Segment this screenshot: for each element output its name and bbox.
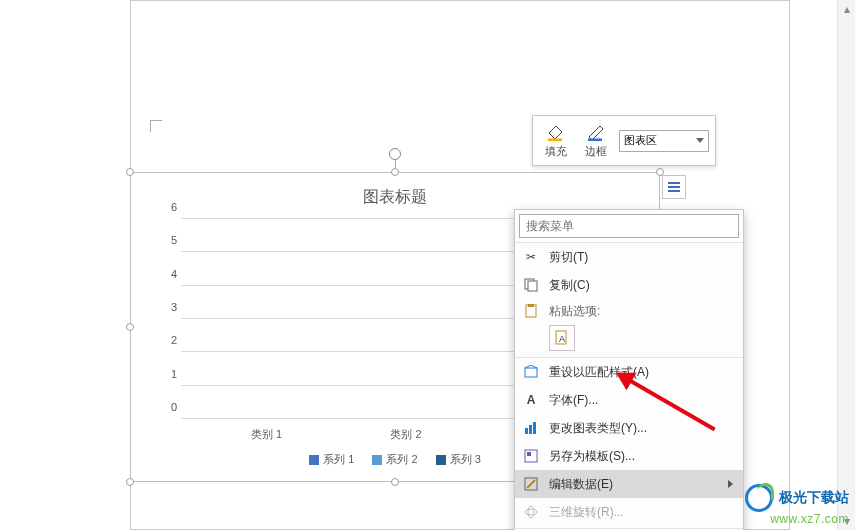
watermark-url: www.xz7.com <box>745 512 849 526</box>
legend-swatch-icon <box>309 455 319 465</box>
menu-reset-style-label: 重设以匹配样式(A) <box>549 364 649 381</box>
menu-copy[interactable]: 复制(C) <box>515 271 743 299</box>
svg-rect-0 <box>668 182 680 184</box>
menu-change-chart-type[interactable]: 更改图表类型(Y)... <box>515 414 743 442</box>
rotate-handle[interactable] <box>389 148 401 160</box>
clipboard-icon <box>521 301 541 321</box>
menu-change-chart-type-label: 更改图表类型(Y)... <box>549 420 647 437</box>
chart-area-select[interactable]: 图表区 <box>619 130 709 152</box>
chart-area-select-label: 图表区 <box>624 133 657 148</box>
menu-paste-options-label-row: 粘贴选项: <box>515 299 743 323</box>
outline-label: 边框 <box>585 144 607 159</box>
resize-handle[interactable] <box>126 323 134 331</box>
watermark-title: 极光下载站 <box>779 489 849 507</box>
legend-swatch-icon <box>436 455 446 465</box>
legend-item[interactable]: 系列 3 <box>436 452 481 467</box>
scissors-icon: ✂ <box>521 247 541 267</box>
clipboard-a-icon: A <box>554 330 570 346</box>
svg-rect-6 <box>528 304 534 307</box>
legend-item[interactable]: 系列 2 <box>372 452 417 467</box>
svg-rect-11 <box>529 425 532 434</box>
svg-point-17 <box>528 506 534 518</box>
fill-label: 填充 <box>545 144 567 159</box>
legend-item[interactable]: 系列 1 <box>309 452 354 467</box>
menu-edit-data[interactable]: 编辑数据(E) <box>515 470 743 498</box>
menu-cut[interactable]: ✂ 剪切(T) <box>515 243 743 271</box>
legend-swatch-icon <box>372 455 382 465</box>
paint-bucket-icon <box>545 122 567 142</box>
pen-outline-icon <box>585 122 607 142</box>
svg-point-16 <box>525 509 537 515</box>
margin-corner <box>150 120 162 132</box>
edit-data-icon <box>521 474 541 494</box>
scroll-up-icon[interactable]: ▴ <box>838 0 855 18</box>
fill-button[interactable]: 填充 <box>539 120 573 161</box>
svg-text:A: A <box>559 334 565 344</box>
watermark: 极光下载站 www.xz7.com <box>745 484 849 526</box>
layout-options-button[interactable] <box>662 175 686 199</box>
mini-toolbar: 填充 边框 图表区 <box>532 115 716 166</box>
menu-font-label: 字体(F)... <box>549 392 598 409</box>
save-template-icon <box>521 446 541 466</box>
watermark-logo-icon <box>745 484 773 512</box>
svg-rect-10 <box>525 428 528 434</box>
menu-3d-rotation: 三维旋转(R)... <box>515 498 743 526</box>
menu-save-as-template[interactable]: 另存为模板(S)... <box>515 442 743 470</box>
menu-reset-style[interactable]: 重设以匹配样式(A) <box>515 358 743 386</box>
paste-option-keep-source[interactable]: A <box>549 325 575 351</box>
resize-handle[interactable] <box>126 168 134 176</box>
vertical-scrollbar[interactable]: ▴ ▾ <box>837 0 855 530</box>
resize-handle[interactable] <box>391 168 399 176</box>
resize-handle[interactable] <box>126 478 134 486</box>
svg-rect-9 <box>525 368 537 377</box>
svg-rect-14 <box>527 452 531 456</box>
menu-search-wrap <box>515 210 743 243</box>
menu-separator <box>515 528 743 529</box>
legend-label: 系列 2 <box>386 452 417 467</box>
chart-type-icon <box>521 418 541 438</box>
svg-rect-4 <box>528 281 537 291</box>
copy-icon <box>521 275 541 295</box>
rotate-3d-icon <box>521 502 541 522</box>
menu-edit-data-label: 编辑数据(E) <box>549 476 613 493</box>
chart-title[interactable]: 图表标题 <box>131 187 659 208</box>
paste-options-row: A <box>515 323 743 358</box>
outline-button[interactable]: 边框 <box>579 120 613 161</box>
context-menu: ✂ 剪切(T) 复制(C) 粘贴选项: A 重设以匹配样式(A) A 字体(F)… <box>514 209 744 530</box>
svg-rect-2 <box>668 190 680 192</box>
menu-copy-label: 复制(C) <box>549 277 590 294</box>
menu-3d-rotation-label: 三维旋转(R)... <box>549 504 624 521</box>
reset-style-icon <box>521 362 541 382</box>
submenu-arrow-icon <box>728 480 733 488</box>
y-axis-labels: 0 1 2 3 4 5 6 <box>159 219 177 419</box>
svg-rect-12 <box>533 422 536 434</box>
svg-rect-1 <box>668 186 680 188</box>
legend-label: 系列 1 <box>323 452 354 467</box>
menu-font[interactable]: A 字体(F)... <box>515 386 743 414</box>
font-icon: A <box>521 390 541 410</box>
menu-search-input[interactable] <box>519 214 739 238</box>
menu-cut-label: 剪切(T) <box>549 249 588 266</box>
chevron-down-icon <box>696 138 704 143</box>
menu-save-as-template-label: 另存为模板(S)... <box>549 448 635 465</box>
layout-options-icon <box>666 179 682 195</box>
resize-handle[interactable] <box>391 478 399 486</box>
legend-label: 系列 3 <box>450 452 481 467</box>
menu-paste-options-label: 粘贴选项: <box>549 303 600 320</box>
